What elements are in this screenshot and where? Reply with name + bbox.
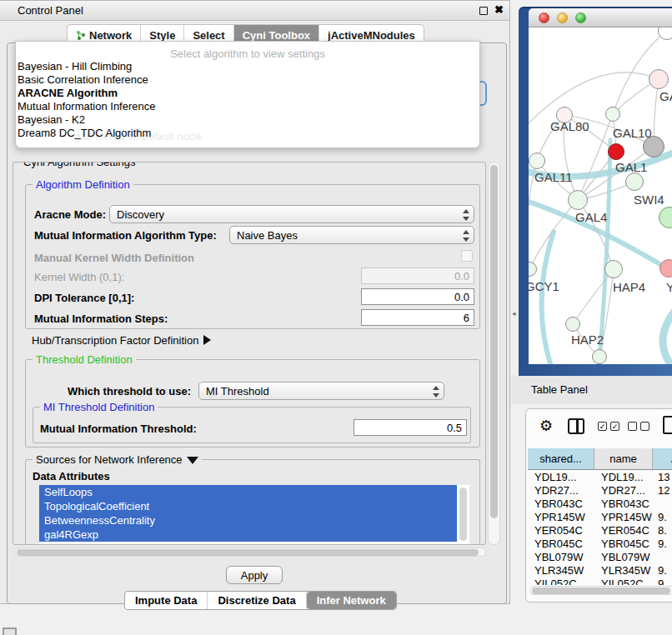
- network-icon: [76, 30, 86, 41]
- table-row[interactable]: YLR345WYLR345W9.: [528, 564, 672, 578]
- node-label: SWI4: [634, 192, 664, 207]
- list-scrollbar[interactable]: [459, 488, 467, 541]
- column-header-partial[interactable]: A: [653, 448, 672, 470]
- table-panel-card: ⚙ ✓ ✓ shared... name A YDL19...YDL19...1…: [525, 408, 672, 602]
- minimized-panel-icon[interactable]: [3, 628, 17, 635]
- mi-steps-input[interactable]: [361, 309, 474, 326]
- unchecked-checkbox-icon[interactable]: [640, 422, 649, 431]
- mi-type-label: Mutual Information Algorithm Type:: [34, 229, 217, 242]
- dpi-tolerance-input[interactable]: [361, 288, 474, 305]
- unchecked-checkbox-icon[interactable]: [628, 422, 637, 431]
- table-row[interactable]: YPR145WYPR145W9.: [528, 511, 672, 524]
- settings-vertical-scrollbar[interactable]: [488, 162, 500, 545]
- tab-infer-network[interactable]: Infer Network: [307, 592, 396, 609]
- sources-title[interactable]: Sources for Network Inference: [33, 453, 202, 466]
- network-node-gal1[interactable]: [608, 143, 624, 160]
- checked-checkbox-icon[interactable]: ✓: [610, 422, 619, 431]
- network-node-swi4[interactable]: [625, 172, 644, 191]
- mi-threshold-input[interactable]: [354, 419, 467, 436]
- table-row[interactable]: YDL19...YDL19...13: [528, 471, 672, 484]
- table-row[interactable]: YIL052CYIL052C9: [528, 578, 672, 585]
- settings-horizontal-scrollbar[interactable]: [14, 548, 486, 557]
- stepper-arrows-icon: [462, 209, 469, 221]
- expand-right-icon: [203, 335, 211, 345]
- cyni-algorithm-settings-title: Cyni Algorithm Settings: [20, 162, 138, 168]
- control-panel-window: Control Panel ✖ Network Style Select Cyn…: [0, 0, 510, 604]
- manual-kernel-checkbox[interactable]: [461, 250, 473, 262]
- network-node-hap4[interactable]: [604, 260, 623, 278]
- network-view-titlebar[interactable]: [529, 8, 672, 28]
- list-item[interactable]: BetweennessCentrality: [39, 513, 457, 528]
- algorithm-dropdown-popup: Select algorithm to view settings Bayesi…: [15, 41, 480, 148]
- node-label: GAL11: [534, 170, 573, 184]
- manual-kernel-label: Manual Kernel Width Definition: [34, 252, 194, 264]
- sources-group: Sources for Network Inference Data Attri…: [25, 459, 480, 545]
- hub-definition-label: Hub/Transcription Factor Definition: [32, 334, 198, 347]
- algorithm-definition-title: Algorithm Definition: [33, 178, 133, 191]
- network-node[interactable]: [659, 259, 672, 278]
- panel-splitter-handle[interactable]: ◂: [512, 309, 516, 318]
- which-threshold-select[interactable]: MI Threshold: [198, 382, 444, 400]
- network-canvas[interactable]: GAL80 GAL10 GAL1 GAL11 SWI4 GAL4 GCY1 HA…: [529, 28, 672, 364]
- aracne-mode-select[interactable]: Discovery: [109, 205, 474, 223]
- dropdown-item-selected[interactable]: ARACNE Algorithm: [16, 87, 479, 100]
- data-attributes-label: Data Attributes: [33, 470, 110, 482]
- table-toolbar: ⚙ ✓ ✓: [526, 409, 672, 446]
- table-panel-title: Table Panel: [531, 383, 588, 396]
- network-node[interactable]: [592, 349, 607, 364]
- column-header-name[interactable]: name: [594, 448, 653, 470]
- dropdown-item[interactable]: Mutual Information Inference: [16, 100, 479, 113]
- threshold-definition-title: Threshold Definition: [33, 353, 136, 366]
- mi-type-value: Naive Bayes: [237, 229, 298, 242]
- table-row[interactable]: YER054CYER054C8.: [528, 524, 672, 538]
- cyni-bottom-tabs: Impute Data Discretize Data Infer Networ…: [124, 591, 397, 610]
- kernel-width-input[interactable]: [361, 268, 474, 284]
- dropdown-placeholder: Select algorithm to view settings: [16, 42, 479, 60]
- zoom-traffic-light[interactable]: [575, 12, 586, 23]
- dropdown-item[interactable]: Basic Correlation Inference: [16, 73, 479, 87]
- gear-icon[interactable]: ⚙: [539, 417, 553, 435]
- split-columns-icon[interactable]: [568, 418, 584, 434]
- tab-discretize-data[interactable]: Discretize Data: [208, 592, 306, 609]
- close-icon[interactable]: ✖: [494, 3, 504, 16]
- node-label: GAL1: [615, 160, 647, 174]
- network-node-gal11[interactable]: [529, 152, 545, 169]
- table-row[interactable]: YBL079WYBL079W: [528, 551, 672, 564]
- list-item[interactable]: SelfLoops: [39, 485, 457, 499]
- document-icon[interactable]: [663, 416, 672, 434]
- table-row[interactable]: YBR043CYBR043C: [528, 498, 672, 511]
- stepper-arrows-icon: [432, 386, 439, 398]
- hub-definition-expander[interactable]: Hub/Transcription Factor Definition: [32, 334, 211, 347]
- threshold-definition-group: Threshold Definition Which threshold to …: [25, 359, 480, 448]
- table-row[interactable]: YDR27...YDR27...12: [528, 484, 672, 498]
- close-traffic-light[interactable]: [539, 12, 549, 23]
- node-label: HAP2: [571, 332, 604, 347]
- node-label: GAL4: [575, 210, 607, 224]
- network-node[interactable]: [649, 69, 669, 89]
- table-row[interactable]: YBR045CYBR045C9.: [528, 538, 672, 551]
- list-item[interactable]: TopologicalCoefficient: [39, 499, 457, 513]
- table-header-row: shared... name A: [528, 448, 672, 470]
- which-threshold-value: MI Threshold: [206, 385, 269, 398]
- network-node[interactable]: [605, 107, 620, 122]
- aracne-mode-label: Aracne Mode:: [34, 208, 106, 221]
- mi-type-select[interactable]: Naive Bayes: [229, 226, 474, 244]
- list-item[interactable]: gal4RGexp: [39, 528, 457, 542]
- dropdown-item[interactable]: Bayesian - Hill Climbing: [16, 60, 479, 73]
- network-node-hap2[interactable]: [565, 317, 580, 332]
- collapse-down-icon: [187, 457, 198, 464]
- node-label: GCY1: [529, 279, 559, 293]
- aracne-mode-value: Discovery: [117, 208, 164, 221]
- cyni-algorithm-settings-group: Cyni Algorithm Settings Algorithm Defini…: [13, 162, 486, 545]
- node-label: Y: [666, 280, 672, 294]
- dropdown-item[interactable]: Bayesian - K2: [16, 113, 479, 127]
- checked-checkbox-icon[interactable]: ✓: [598, 422, 607, 431]
- float-window-icon[interactable]: [479, 7, 488, 15]
- apply-button[interactable]: Apply: [226, 566, 283, 584]
- tab-impute-data[interactable]: Impute Data: [125, 592, 208, 609]
- minimize-traffic-light[interactable]: [557, 12, 568, 23]
- network-node-gal4[interactable]: [568, 190, 588, 210]
- table-panel-header: Table Panel: [511, 376, 672, 404]
- table-horizontal-scrollbar[interactable]: [529, 586, 672, 595]
- column-header-shared-name[interactable]: shared...: [528, 448, 594, 470]
